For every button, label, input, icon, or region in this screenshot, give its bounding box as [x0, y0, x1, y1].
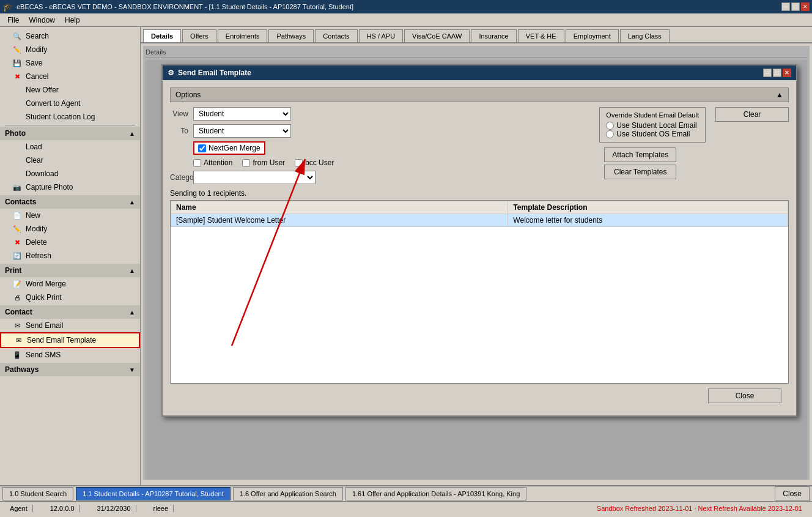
sidebar-item-new[interactable]: New: [0, 209, 140, 222]
tab-vet-he[interactable]: VET & HE: [518, 29, 564, 42]
template-table-container: Name Template Description [Sample] Stude…: [170, 200, 789, 384]
sidebar-item-student-location[interactable]: Student Location Log: [0, 110, 140, 124]
nextgen-row: NextGen Merge: [170, 141, 589, 155]
sidebar-item-refresh[interactable]: Refresh: [0, 249, 140, 262]
maximize-btn[interactable]: □: [791, 2, 800, 11]
menu-help[interactable]: Help: [60, 15, 85, 26]
sidebar-item-word-merge[interactable]: Word Merge: [0, 277, 140, 291]
col-name: Name: [171, 201, 508, 214]
sidebar-item-save[interactable]: Save: [0, 56, 140, 70]
menu-file[interactable]: File: [2, 15, 24, 26]
taskbar-close-btn[interactable]: Close: [775, 486, 810, 501]
sidebar-item-quick-print[interactable]: Quick Print: [0, 291, 140, 304]
tab-pathways[interactable]: Pathways: [268, 29, 314, 42]
tab-lang-class[interactable]: Lang Class: [620, 29, 670, 42]
dialog-overlay: ⚙ Send Email Template ─ □ ✕ Op: [143, 46, 810, 480]
send-email-template-dialog: ⚙ Send Email Template ─ □ ✕ Op: [161, 64, 797, 417]
send-email-template-icon: [13, 335, 23, 345]
status-bar: Agent 12.0.0.0 31/12/2030 rleee Sandbox …: [0, 501, 812, 515]
tab-employment[interactable]: Employment: [566, 29, 619, 42]
sidebar-section-pathways: Pathways ▼: [0, 363, 140, 376]
tab-details[interactable]: Details: [143, 29, 181, 42]
attention-checkbox[interactable]: [193, 159, 201, 167]
clear-btn[interactable]: Clear: [715, 107, 789, 122]
dialog-close-btn[interactable]: ✕: [783, 69, 791, 77]
status-date: 31/12/2030: [92, 505, 136, 512]
load-icon: [12, 142, 22, 152]
table-row[interactable]: [Sample] Student Welcome LetterWelcome l…: [171, 214, 788, 227]
sidebar-item-clear-photo[interactable]: Clear: [0, 154, 140, 167]
tab-contacts[interactable]: Contacts: [315, 29, 357, 42]
clear-templates-btn[interactable]: Clear Templates: [604, 165, 676, 179]
sidebar-item-capture-photo[interactable]: Capture Photo: [0, 180, 140, 194]
from-user-checkbox[interactable]: [242, 159, 250, 167]
dialog-title-controls: ─ □ ✕: [763, 69, 791, 77]
title-bar: 🎓 eBECAS - eBECAS VET DEMO - SANDBOX ENV…: [0, 0, 812, 13]
options-header[interactable]: Options ▲: [170, 87, 789, 102]
options-right-col: Override Student Email Default Use Stude…: [599, 107, 706, 184]
minimize-btn[interactable]: ─: [781, 2, 790, 11]
contacts-chevron: ▲: [129, 199, 135, 206]
sidebar-section-print-header[interactable]: Print ▲: [0, 264, 140, 277]
sidebar-item-send-email-template[interactable]: Send Email Template: [0, 332, 140, 348]
taskbar-student-search[interactable]: 1.0 Student Search: [2, 487, 73, 500]
checkbox-row: Attention from User bcc User: [170, 158, 589, 167]
menu-bar: File Window Help: [0, 13, 812, 27]
col-description: Template Description: [508, 201, 788, 214]
close-btn[interactable]: ✕: [801, 2, 810, 11]
taskbar-offer-details[interactable]: 1.61 Offer and Application Details - AP1…: [345, 487, 526, 500]
sidebar-section-contacts-header[interactable]: Contacts ▲: [0, 195, 140, 209]
dialog-title-text: Send Email Template: [178, 69, 251, 77]
template-name-cell: [Sample] Student Welcome Letter: [171, 214, 508, 227]
sidebar-item-modify-contact[interactable]: Modify: [0, 222, 140, 236]
status-agent: Agent: [5, 505, 33, 512]
bcc-user-checkbox[interactable]: [295, 159, 303, 167]
category-label: Category: [170, 173, 188, 182]
sidebar-item-search[interactable]: Search: [0, 29, 140, 43]
tab-offers[interactable]: Offers: [182, 29, 216, 42]
attach-templates-btn[interactable]: Attach Templates: [604, 147, 676, 162]
dialog-minimize-btn[interactable]: ─: [763, 69, 772, 77]
modify-icon: [12, 45, 22, 54]
local-email-radio[interactable]: [606, 122, 614, 130]
dialog-close-btn2[interactable]: Close: [708, 389, 781, 403]
sidebar-item-send-sms[interactable]: Send SMS: [0, 348, 140, 362]
sidebar-item-modify[interactable]: Modify: [0, 43, 140, 56]
from-user-row: from User: [242, 158, 285, 167]
send-email-icon: [12, 321, 22, 330]
sidebar-section-pathways-header[interactable]: Pathways ▼: [0, 363, 140, 376]
tab-visa-coe[interactable]: Visa/CoE CAAW: [404, 29, 470, 42]
sidebar-item-new-offer[interactable]: New Offer: [0, 83, 140, 97]
nextgen-merge-checkbox[interactable]: [198, 144, 206, 152]
convert-agent-icon: [12, 99, 22, 108]
app-logo: 🎓: [2, 2, 13, 12]
taskbar-offer-search[interactable]: 1.6 Offer and Application Search: [233, 487, 343, 500]
sidebar-item-cancel[interactable]: Cancel: [0, 70, 140, 83]
options-collapse-btn[interactable]: ▲: [776, 91, 783, 99]
tab-hs-apu[interactable]: HS / APU: [359, 29, 403, 42]
dialog-footer: Close: [170, 384, 789, 408]
sidebar-item-convert-agent[interactable]: Convert to Agent: [0, 97, 140, 110]
sidebar-item-load[interactable]: Load: [0, 140, 140, 154]
new-offer-icon: [12, 85, 22, 95]
sidebar-item-download[interactable]: Download: [0, 167, 140, 180]
dialog-maximize-btn[interactable]: □: [773, 69, 781, 77]
word-merge-icon: [12, 279, 22, 289]
sidebar-item-delete[interactable]: Delete: [0, 236, 140, 249]
dialog-icon: ⚙: [168, 69, 174, 77]
tab-enrolments[interactable]: Enrolments: [218, 29, 268, 42]
category-select[interactable]: [193, 171, 316, 184]
os-email-radio[interactable]: [606, 130, 614, 138]
sidebar-item-send-email[interactable]: Send Email: [0, 319, 140, 332]
menu-window[interactable]: Window: [24, 15, 60, 26]
taskbar-student-details[interactable]: 1.1 Student Details - AP10287 Tutorial, …: [76, 487, 231, 500]
tab-insurance[interactable]: Insurance: [471, 29, 516, 42]
to-label: To: [170, 127, 188, 135]
bcc-user-row: bcc User: [295, 158, 334, 167]
sidebar-section-photo-header[interactable]: Photo ▲: [0, 127, 140, 140]
view-select[interactable]: Student: [193, 107, 291, 121]
status-user: rleee: [149, 505, 174, 512]
sidebar: Search Modify Save Cancel New Offer Conv…: [0, 27, 141, 485]
sidebar-section-contact-header[interactable]: Contact ▲: [0, 305, 140, 319]
to-select[interactable]: Student: [193, 124, 291, 138]
